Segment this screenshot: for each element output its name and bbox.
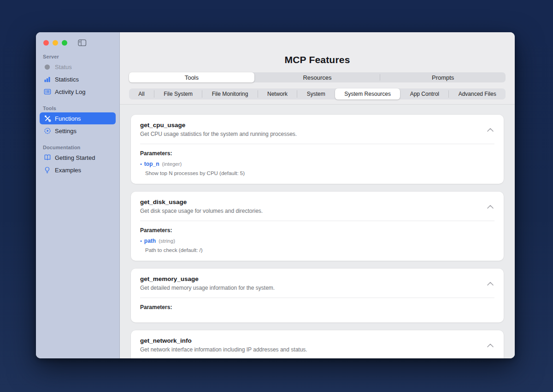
- collapse-card-button[interactable]: [486, 341, 494, 350]
- parameters-label: Parameters:: [140, 227, 494, 234]
- app-window: ServerStatusStatisticsActivity LogToolsF…: [36, 32, 515, 358]
- bar-chart-icon: [43, 76, 51, 83]
- parameter-row: •path(string): [140, 238, 494, 244]
- sidebar-item-functions[interactable]: Functions: [40, 112, 116, 124]
- minimize-window-button[interactable]: [53, 40, 58, 46]
- parameter-description: Path to check (default: /): [140, 247, 494, 253]
- sidebar-section-header-documentation: Documentation: [43, 145, 119, 150]
- filter-app-control[interactable]: App Control: [400, 88, 448, 99]
- filter-network[interactable]: Network: [258, 88, 297, 99]
- sidebar-item-label: Activity Log: [55, 88, 85, 95]
- tab-tools[interactable]: Tools: [129, 72, 254, 82]
- sidebar-item-activity-log[interactable]: Activity Log: [40, 86, 116, 98]
- status-circle-icon: [43, 63, 51, 71]
- sidebar-item-status[interactable]: Status: [40, 61, 116, 73]
- sidebar-item-label: Functions: [55, 115, 81, 122]
- function-card-get-network-info: get_network_infoGet network interface in…: [131, 330, 504, 358]
- parameters-label: Parameters:: [140, 304, 494, 310]
- parameter-name: path: [144, 238, 156, 244]
- sidebar: ServerStatusStatisticsActivity LogToolsF…: [36, 32, 120, 358]
- sidebar-item-examples[interactable]: Examples: [40, 164, 116, 176]
- chevron-up-icon: [487, 280, 494, 287]
- function-name: get_memory_usage: [140, 275, 494, 282]
- function-description: Get CPU usage statistics for the system …: [140, 131, 494, 137]
- sidebar-item-label: Settings: [55, 128, 76, 135]
- function-description: Get disk space usage for volumes and dir…: [140, 208, 494, 214]
- collapse-card-button[interactable]: [486, 125, 494, 134]
- function-card-get-cpu-usage: get_cpu_usageGet CPU usage statistics fo…: [131, 115, 504, 184]
- book-icon: [43, 154, 51, 162]
- activity-log-icon: [43, 88, 51, 96]
- settings-icon: [43, 127, 51, 135]
- filter-file-system[interactable]: File System: [154, 88, 202, 99]
- sidebar-item-settings[interactable]: Settings: [40, 125, 116, 137]
- zoom-window-button[interactable]: [62, 40, 67, 46]
- filter-system-resources[interactable]: System Resources: [335, 88, 400, 99]
- parameter-row: •top_n(integer): [140, 161, 494, 167]
- sidebar-item-statistics[interactable]: Statistics: [40, 73, 116, 85]
- main-content: MCP Features ToolsResourcesPrompts AllFi…: [120, 32, 515, 358]
- chevron-up-icon: [487, 342, 494, 349]
- sidebar-item-label: Getting Started: [55, 154, 95, 161]
- lightbulb-icon: [43, 166, 51, 174]
- page-title: MCP Features: [120, 54, 515, 65]
- parameter-description: Show top N processes by CPU (default: 5): [140, 170, 494, 176]
- tab-resources[interactable]: Resources: [255, 72, 380, 82]
- function-card-get-memory-usage: get_memory_usageGet detailed memory usag…: [131, 269, 504, 322]
- tab-bar: ToolsResourcesPrompts: [129, 72, 506, 82]
- sidebar-item-label: Examples: [55, 167, 81, 174]
- parameter-bullet: •: [140, 161, 142, 167]
- card-divider: [140, 144, 494, 144]
- collapse-card-button[interactable]: [486, 279, 494, 288]
- chevron-up-icon: [487, 203, 494, 210]
- sidebar-item-getting-started[interactable]: Getting Started: [40, 152, 116, 164]
- parameter-name: top_n: [144, 161, 159, 167]
- sidebar-section-header-server: Server: [43, 54, 119, 59]
- chevron-up-icon: [487, 126, 494, 133]
- function-name: get_cpu_usage: [140, 122, 494, 129]
- card-divider: [140, 298, 494, 298]
- filter-all[interactable]: All: [129, 88, 154, 99]
- parameters-label: Parameters:: [140, 150, 494, 157]
- filter-advanced-files[interactable]: Advanced Files: [449, 88, 506, 99]
- function-list: get_cpu_usageGet CPU usage statistics fo…: [120, 105, 515, 358]
- function-name: get_disk_usage: [140, 199, 494, 205]
- parameter-type: (string): [159, 238, 175, 244]
- tools-icon: [43, 115, 51, 123]
- collapse-card-button[interactable]: [486, 202, 494, 211]
- window-controls: [36, 38, 119, 47]
- close-window-button[interactable]: [43, 40, 49, 46]
- filter-system[interactable]: System: [297, 88, 335, 99]
- function-card-get-disk-usage: get_disk_usageGet disk space usage for v…: [131, 192, 504, 261]
- filter-bar: AllFile SystemFile MonitoringNetworkSyst…: [129, 88, 506, 99]
- sidebar-item-label: Status: [55, 64, 72, 70]
- parameter-bullet: •: [140, 238, 142, 244]
- sidebar-toggle-icon[interactable]: [78, 39, 87, 47]
- sidebar-nav: ServerStatusStatisticsActivity LogToolsF…: [36, 47, 119, 176]
- function-name: get_network_info: [140, 337, 494, 344]
- function-description: Get detailed memory usage information fo…: [140, 285, 494, 291]
- tab-prompts[interactable]: Prompts: [380, 72, 506, 82]
- parameter-type: (integer): [162, 161, 182, 167]
- card-divider: [140, 221, 494, 221]
- filter-file-monitoring[interactable]: File Monitoring: [202, 88, 257, 99]
- sidebar-section-header-tools: Tools: [43, 105, 119, 111]
- function-description: Get network interface information includ…: [140, 346, 494, 353]
- sidebar-item-label: Statistics: [55, 76, 79, 83]
